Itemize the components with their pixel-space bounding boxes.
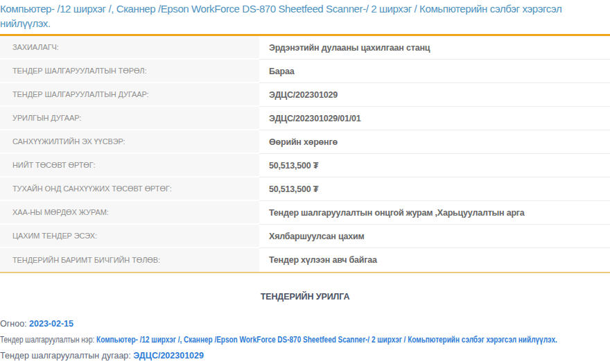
table-row: ТЕНДЕР ШАЛГАРУУЛАЛТЫН ТӨРӨЛ: Бараа	[0, 60, 610, 83]
row-value: ЭДЦС/202301029/01/01	[259, 107, 610, 130]
table-row: ТУХАЙН ОНД САНХҮҮЖИХ ТӨСӨВТ ӨРТӨГ: 50,51…	[0, 177, 610, 201]
row-value: Өөрийн хөрөнгө	[259, 130, 610, 154]
invitation-name-label: Тендер шалгаруулалтын нэр:	[0, 335, 94, 345]
row-value: Эрдэнэтийн дулааны цахилгаан станц	[259, 36, 610, 60]
invitation-number-line: Тендер шалгаруулалтын дугаар: ЭДЦС/20230…	[0, 348, 610, 364]
row-value: Бараа	[259, 60, 610, 83]
row-label: ТЕНДЕРИЙН БАРИМТ БИЧГИЙН ТӨЛӨВ:	[0, 248, 259, 272]
row-label: ЦАХИМ ТЕНДЕР ЭСЭХ:	[0, 225, 259, 248]
row-value: 50,513,500 ₮	[259, 177, 610, 201]
row-value: Тендер шалгаруулалтын онцгой журам ,Харь…	[259, 201, 610, 225]
invitation-number-label: Тендер шалгаруулалтын дугаар:	[0, 351, 131, 361]
tender-detail-page: Компьютер- /12 ширхэг /, Сканнер /Epson …	[0, 1, 610, 364]
page-title: Компьютер- /12 ширхэг /, Сканнер /Epson …	[0, 1, 570, 31]
table-row: САНХҮҮЖИЛТИЙН ЭХ ҮҮСВЭР: Өөрийн хөрөнгө	[0, 130, 610, 154]
row-label: ТУХАЙН ОНД САНХҮҮЖИХ ТӨСӨВТ ӨРТӨГ:	[0, 177, 259, 201]
table-row: ЗАХИАЛАГЧ: Эрдэнэтийн дулааны цахилгаан …	[0, 36, 610, 60]
row-value: Хялбаршуулсан цахим	[259, 225, 610, 248]
table-row: ХАА-НЫ МӨРДӨХ ЖУРАМ: Тендер шалгаруулалт…	[0, 201, 610, 225]
row-label: ТЕНДЕР ШАЛГАРУУЛАЛТЫН ТӨРӨЛ:	[0, 60, 259, 83]
tender-details-table: ЗАХИАЛАГЧ: Эрдэнэтийн дулааны цахилгаан …	[0, 34, 610, 273]
row-value: ЭДЦС/202301029	[259, 83, 610, 107]
table-row: ТЕНДЕРИЙН БАРИМТ БИЧГИЙН ТӨЛӨВ: Тендер х…	[0, 248, 610, 272]
row-label: ХАА-НЫ МӨРДӨХ ЖУРАМ:	[0, 201, 259, 225]
row-value: 50,513,500 ₮	[259, 154, 610, 177]
row-label: НИЙТ ТӨСӨВТ ӨРТӨГ:	[0, 154, 259, 177]
invitation-heading: ТЕНДЕРИЙН УРИЛГА	[0, 292, 610, 302]
table-row: УРИЛГЫН ДУГААР: ЭДЦС/202301029/01/01	[0, 107, 610, 130]
invitation-name-link[interactable]: Компьютер- /12 ширхэг /, Сканнер /Epson …	[96, 335, 557, 345]
row-label: ТЕНДЕР ШАЛГАРУУЛАЛТЫН ДУГААР:	[0, 83, 259, 107]
invitation-summary: Огноо: 2023-02-15 Тендер шалгаруулалтын …	[0, 316, 610, 364]
invitation-date-line: Огноо: 2023-02-15	[0, 316, 610, 332]
table-row: НИЙТ ТӨСӨВТ ӨРТӨГ: 50,513,500 ₮	[0, 154, 610, 177]
invitation-name-line: Тендер шалгаруулалтын нэр: Компьютер- /1…	[0, 332, 488, 348]
row-value: Тендер хүлээн авч байгаа	[259, 248, 610, 272]
invitation-number-link[interactable]: ЭДЦС/202301029	[133, 351, 204, 361]
invitation-date-link[interactable]: 2023-02-15	[29, 319, 73, 329]
row-label: САНХҮҮЖИЛТИЙН ЭХ ҮҮСВЭР:	[0, 130, 259, 154]
row-label: ЗАХИАЛАГЧ:	[0, 36, 259, 60]
table-row: ЦАХИМ ТЕНДЕР ЭСЭХ: Хялбаршуулсан цахим	[0, 225, 610, 248]
table-row: ТЕНДЕР ШАЛГАРУУЛАЛТЫН ДУГААР: ЭДЦС/20230…	[0, 83, 610, 107]
invitation-date-label: Огноо:	[0, 319, 27, 329]
row-label: УРИЛГЫН ДУГААР:	[0, 107, 259, 130]
